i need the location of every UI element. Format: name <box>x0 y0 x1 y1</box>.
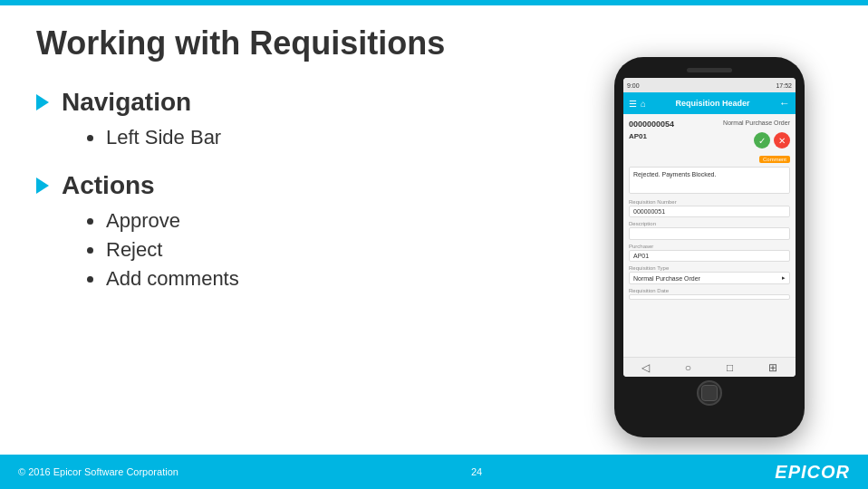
back-arrow-icon: ← <box>779 97 790 110</box>
bullet-dot-icon <box>87 218 93 225</box>
phone-screen: 9:00 17:52 ☰ ⌂ Requisition Header ← 0000… <box>623 78 796 377</box>
navigation-section: Navigation Left Side Bar <box>36 88 560 155</box>
phone-header-title: Requisition Header <box>650 99 776 108</box>
phone-bottom-nav: ◁ ○ □ ⊞ <box>623 357 796 377</box>
description-field: Description <box>629 221 790 244</box>
field-select[interactable]: Normal Purchase Order ▸ <box>629 272 790 284</box>
square-nav-icon[interactable]: □ <box>727 361 733 374</box>
sub-item-reject: Reject <box>106 238 162 262</box>
bullet-dot-icon <box>87 135 93 141</box>
actions-main-bullet: Actions <box>36 171 560 200</box>
field-label: Requisition Type <box>629 265 790 271</box>
list-item: Add comments <box>87 267 560 291</box>
footer-bar: © 2016 Epicor Software Corporation 24 EP… <box>0 455 868 489</box>
requisition-number-field: Requisition Number 000000051 <box>629 199 790 221</box>
epicor-logo: EPICOR <box>775 462 850 483</box>
navigation-sub-list: Left Side Bar <box>87 126 560 149</box>
left-content: Working with Requisitions Navigation Lef… <box>36 24 578 471</box>
phone-mockup: 9:00 17:52 ☰ ⌂ Requisition Header ← 0000… <box>614 57 805 437</box>
rejection-text-box: Rejected. Payments Blocked. <box>629 167 790 194</box>
menu-nav-icon[interactable]: ⊞ <box>768 361 777 374</box>
home-icon: ⌂ <box>641 99 646 109</box>
select-value: Normal Purchase Order <box>633 275 700 282</box>
field-value: AP01 <box>629 250 790 262</box>
slide-title: Working with Requisitions <box>36 24 560 62</box>
list-item: Reject <box>87 238 560 262</box>
sub-item-approve: Approve <box>106 209 180 233</box>
phone-app-header: ☰ ⌂ Requisition Header ← <box>623 92 796 114</box>
phone-user: AP01 <box>629 132 647 140</box>
phone-speaker <box>687 68 732 72</box>
phone-status-bar: 9:00 17:52 <box>623 78 796 92</box>
circle-nav-icon[interactable]: ○ <box>685 361 691 374</box>
actions-label: Actions <box>62 171 155 200</box>
sub-item-label: Left Side Bar <box>106 126 221 149</box>
phone-container: 9:00 17:52 ☰ ⌂ Requisition Header ← 0000… <box>578 24 841 471</box>
purchaser-field: Purchaser AP01 <box>629 244 790 265</box>
arrow-icon-navigation <box>36 94 49 110</box>
actions-sub-list: Approve Reject Add comments <box>87 209 560 291</box>
field-value <box>629 227 790 240</box>
field-value <box>629 294 790 300</box>
x-icon: ✕ <box>778 136 786 146</box>
approve-button[interactable]: ✓ <box>754 132 770 149</box>
menu-icon: ☰ <box>629 99 637 109</box>
phone-order-type: Normal Purchase Order <box>723 120 790 126</box>
field-label: Requisition Date <box>629 288 790 293</box>
navigation-main-bullet: Navigation <box>36 88 560 117</box>
requisition-date-field: Requisition Date <box>629 288 790 303</box>
field-value: 000000051 <box>629 206 790 217</box>
requisition-type-field: Requisition Type Normal Purchase Order ▸ <box>629 265 790 288</box>
footer-page-number: 24 <box>471 466 482 477</box>
slide-container: Working with Requisitions Navigation Lef… <box>0 0 868 489</box>
phone-home-inner <box>701 385 718 401</box>
footer-copyright: © 2016 Epicor Software Corporation <box>18 466 178 477</box>
field-label: Purchaser <box>629 244 790 249</box>
phone-status-left: 9:00 <box>627 82 640 89</box>
phone-user-row: AP01 ✓ ✕ <box>629 132 790 152</box>
chevron-down-icon: ▸ <box>782 274 786 282</box>
phone-order-number: 0000000054 <box>629 120 674 129</box>
phone-action-buttons: ✓ ✕ <box>754 132 790 149</box>
comment-tag: Comment <box>759 156 790 163</box>
arrow-icon-actions <box>36 177 49 194</box>
actions-section: Actions Approve Reject Add comments <box>36 171 560 296</box>
field-label: Requisition Number <box>629 199 790 205</box>
phone-order-row: 0000000054 Normal Purchase Order <box>629 120 790 129</box>
navigation-label: Navigation <box>62 88 191 117</box>
reject-button[interactable]: ✕ <box>774 132 790 149</box>
check-icon: ✓ <box>758 136 766 146</box>
list-item: Approve <box>87 209 560 233</box>
main-content: Working with Requisitions Navigation Lef… <box>0 5 868 489</box>
bullet-dot-icon <box>87 247 93 254</box>
phone-home-button[interactable] <box>697 380 722 406</box>
phone-app-content: 0000000054 Normal Purchase Order AP01 ✓ … <box>623 114 796 357</box>
list-item: Left Side Bar <box>87 126 560 149</box>
back-nav-icon[interactable]: ◁ <box>641 361 650 374</box>
field-label: Description <box>629 221 790 226</box>
bullet-dot-icon <box>87 276 93 283</box>
phone-status-time: 17:52 <box>776 82 792 89</box>
sub-item-comments: Add comments <box>106 267 239 291</box>
